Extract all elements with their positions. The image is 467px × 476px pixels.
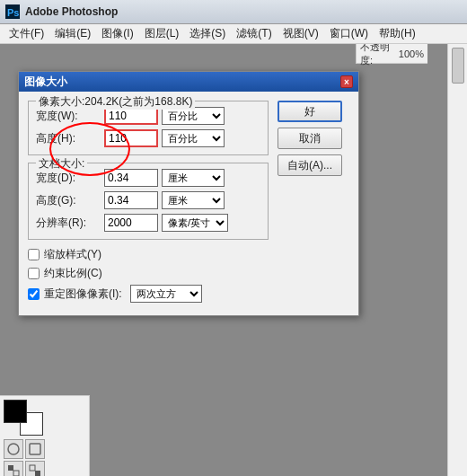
tool-btn-4[interactable] — [25, 461, 45, 476]
resolution-unit-container: 像素/英寸 像素/厘米 — [162, 214, 260, 232]
cancel-button[interactable]: 取消 — [278, 128, 342, 149]
doc-width-input[interactable] — [104, 169, 158, 187]
constrain-checkbox[interactable] — [28, 268, 40, 279]
resolution-label: 分辨率(R): — [36, 216, 101, 231]
tool-btn-2[interactable] — [25, 439, 45, 459]
app-title: Adobe Photoshop — [25, 5, 118, 18]
pixel-height-unit-container: 百分比 像素 厘米 — [162, 129, 260, 147]
dialog-left: 像素大小:204.2K(之前为168.8K) 宽度(W): 百分比 像素 厘米 — [28, 101, 269, 306]
doc-height-row: 高度(G): 厘米 毫米 像素 英寸 — [36, 191, 260, 209]
doc-height-unit-container: 厘米 毫米 像素 英寸 — [162, 191, 260, 209]
image-size-dialog: 图像大小 × 像素大小:204.2K(之前为168.8K) 宽度(W): 百分比 — [18, 71, 359, 316]
resample-row: 重定图像像素(I): 两次立方 邻近 两次线性 — [28, 285, 269, 303]
pixel-height-input[interactable] — [104, 129, 158, 147]
pixel-height-label: 高度(H): — [36, 131, 101, 146]
pixel-height-row: 高度(H): 百分比 像素 厘米 — [36, 129, 260, 147]
menubar: 文件(F) 编辑(E) 图像(I) 图层(L) 选择(S) 滤镜(T) 视图(V… — [0, 24, 467, 44]
constrain-label: 约束比例(C) — [44, 266, 102, 281]
tool-btn-3[interactable] — [4, 461, 23, 476]
bottom-toolbar — [0, 395, 90, 476]
pixel-width-label: 宽度(W): — [36, 109, 101, 124]
pixel-width-input[interactable] — [104, 107, 158, 125]
svg-rect-7 — [35, 471, 40, 476]
constrain-row: 约束比例(C) — [28, 266, 269, 281]
resample-label: 重定图像像素(I): — [44, 286, 122, 302]
pixel-width-unit-container: 百分比 像素 厘米 — [162, 107, 260, 125]
opacity-label: 不透明度: — [360, 44, 395, 67]
pixel-size-group: 像素大小:204.2K(之前为168.8K) 宽度(W): 百分比 像素 厘米 — [28, 101, 269, 155]
doc-height-label: 高度(G): — [36, 193, 101, 208]
foreground-color[interactable] — [4, 400, 27, 423]
svg-rect-6 — [30, 465, 35, 471]
ok-button[interactable]: 好 — [278, 101, 342, 122]
tool-btn-1[interactable] — [4, 439, 23, 459]
dialog-right: 好 取消 自动(A)... — [278, 101, 349, 306]
menu-select[interactable]: 选择(S) — [184, 24, 231, 43]
auto-button[interactable]: 自动(A)... — [278, 154, 342, 176]
menu-edit[interactable]: 编辑(E) — [49, 24, 96, 43]
doc-width-unit-select[interactable]: 厘米 毫米 像素 英寸 — [162, 169, 225, 187]
menu-layer[interactable]: 图层(L) — [139, 24, 185, 43]
menu-file[interactable]: 文件(F) — [4, 24, 49, 43]
svg-rect-3 — [30, 444, 40, 454]
dialog-titlebar: 图像大小 × — [19, 72, 358, 92]
pixel-width-row: 宽度(W): 百分比 像素 厘米 — [36, 107, 260, 125]
menu-help[interactable]: 帮助(H) — [374, 24, 421, 43]
scale-styles-label: 缩放样式(Y) — [44, 247, 101, 262]
tool-grid — [4, 439, 85, 476]
menu-window[interactable]: 窗口(W) — [324, 24, 374, 43]
app-icon: Ps — [5, 4, 20, 19]
svg-rect-5 — [13, 471, 19, 476]
pixel-size-title: 像素大小:204.2K(之前为168.8K) — [36, 94, 195, 110]
svg-point-2 — [8, 444, 19, 454]
opacity-value: 100% — [399, 48, 424, 59]
titlebar: Ps Adobe Photoshop — [0, 0, 467, 24]
main-area: 不透明度: 100% — [0, 44, 467, 476]
pixel-width-unit-select[interactable]: 百分比 像素 厘米 — [162, 107, 225, 125]
resolution-unit-select[interactable]: 像素/英寸 像素/厘米 — [162, 214, 228, 232]
doc-width-row: 宽度(D): 厘米 毫米 像素 英寸 — [36, 169, 260, 187]
scale-styles-checkbox[interactable] — [28, 249, 40, 260]
document-size-title: 文档大小: — [36, 156, 87, 172]
dialog-close-button[interactable]: × — [340, 75, 353, 88]
svg-rect-4 — [8, 465, 13, 471]
resample-method-select[interactable]: 两次立方 邻近 两次线性 — [130, 285, 202, 303]
menu-image[interactable]: 图像(I) — [96, 24, 138, 43]
dialog-title: 图像大小 — [24, 75, 67, 90]
svg-text:Ps: Ps — [7, 7, 19, 18]
scrollbar-thumb[interactable] — [452, 48, 464, 84]
doc-height-input[interactable] — [104, 191, 158, 209]
dialog-body: 像素大小:204.2K(之前为168.8K) 宽度(W): 百分比 像素 厘米 — [19, 92, 358, 315]
right-panel — [447, 44, 467, 476]
scale-styles-row: 缩放样式(Y) — [28, 247, 269, 262]
document-size-group: 文档大小: 宽度(D): 厘米 毫米 像素 英寸 — [28, 163, 269, 240]
resample-checkbox[interactable] — [28, 288, 40, 300]
pixel-height-unit-select[interactable]: 百分比 像素 厘米 — [162, 129, 225, 147]
menu-filter[interactable]: 滤镜(T) — [231, 24, 277, 43]
doc-height-unit-select[interactable]: 厘米 毫米 像素 英寸 — [162, 191, 225, 209]
doc-width-label: 宽度(D): — [36, 171, 101, 186]
doc-width-unit-container: 厘米 毫米 像素 英寸 — [162, 169, 260, 187]
resolution-input[interactable] — [104, 214, 158, 232]
resolution-row: 分辨率(R): 像素/英寸 像素/厘米 — [36, 214, 260, 232]
color-boxes — [4, 400, 43, 436]
opacity-bar: 不透明度: 100% — [356, 44, 427, 64]
menu-view[interactable]: 视图(V) — [278, 24, 324, 43]
